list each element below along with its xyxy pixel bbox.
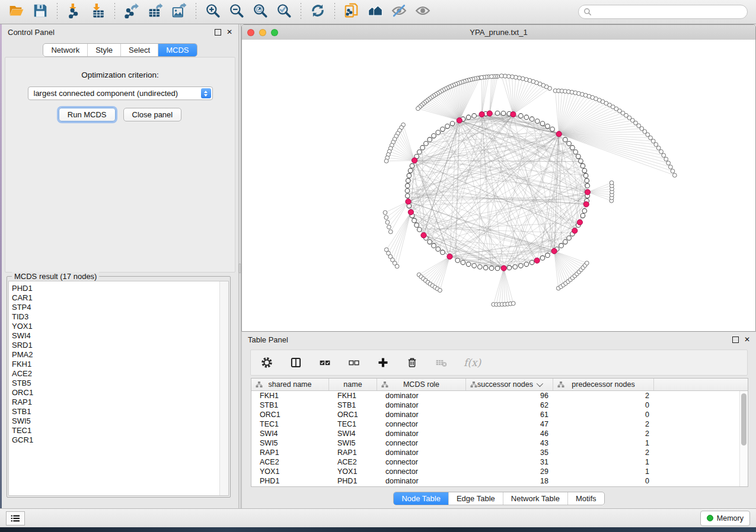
mcds-result-item[interactable]: ORC1 <box>9 388 228 398</box>
mcds-result-item[interactable]: FKH1 <box>9 360 228 369</box>
list-icon <box>11 514 20 523</box>
column-header-mcds-role[interactable]: MCDS role <box>377 379 466 390</box>
table-row[interactable]: SWI4SWI4dominator462 <box>251 429 748 438</box>
mcds-result-item[interactable]: YOX1 <box>9 322 228 331</box>
network-graph[interactable] <box>242 40 755 332</box>
share-document-button[interactable] <box>342 3 362 21</box>
table-cell: SWI4 <box>329 430 377 438</box>
network-canvas[interactable] <box>242 40 755 331</box>
table-cell: 1 <box>553 439 654 447</box>
column-type-icon <box>381 381 388 388</box>
table-row[interactable]: STB1STB1dominator620 <box>251 400 748 410</box>
table-cell: 0 <box>553 401 654 409</box>
table-cell: 47 <box>466 420 553 428</box>
import-network-button[interactable] <box>64 3 84 21</box>
tab-node-table[interactable]: Node Table <box>394 492 448 505</box>
deselect-all-icon <box>348 357 360 368</box>
export-table-button[interactable] <box>145 3 165 21</box>
table-row[interactable]: PHD1PHD1dominator180 <box>251 476 748 486</box>
show-panel-button[interactable] <box>413 3 433 21</box>
run-mcds-button[interactable]: Run MCDS <box>59 108 116 121</box>
mcds-result-item[interactable]: SWI5 <box>9 416 228 426</box>
select-all-button[interactable] <box>318 356 331 369</box>
table-row[interactable]: TEC1TEC1connector472 <box>251 419 748 429</box>
zoom-fit-button[interactable] <box>250 3 270 21</box>
table-row[interactable]: YOX1YOX1connector291 <box>251 467 748 476</box>
open-session-button[interactable] <box>7 3 27 21</box>
deselect-all-button[interactable] <box>347 356 361 369</box>
column-header-filler <box>654 379 748 390</box>
table-row[interactable]: ORC1ORC1dominator610 <box>251 410 748 419</box>
table-row[interactable]: FKH1FKH1dominator962 <box>251 391 748 400</box>
delete-row-button[interactable] <box>406 356 419 369</box>
add-row-button[interactable] <box>377 356 390 369</box>
mcds-result-item[interactable]: STB1 <box>9 407 228 416</box>
table-scrollbar[interactable] <box>739 391 748 486</box>
tab-network[interactable]: Network <box>43 44 87 56</box>
network-home-button[interactable] <box>365 3 385 21</box>
close-panel-button[interactable]: Close panel <box>123 108 182 121</box>
export-network-button[interactable] <box>122 3 142 21</box>
mcds-result-item[interactable]: SRD1 <box>9 341 228 350</box>
splitter-handle[interactable] <box>239 264 241 273</box>
eye-icon <box>415 3 430 21</box>
column-header-shared-name[interactable]: shared name <box>251 379 329 390</box>
mcds-result-item[interactable]: CAR1 <box>9 293 228 303</box>
export-image-button[interactable] <box>169 3 189 21</box>
table-cell: ORC1 <box>329 411 377 419</box>
mcds-result-items: PHD1CAR1STP4TID3YOX1SWI4SRD1PMA2FKH1ACE2… <box>9 281 228 445</box>
search-input[interactable] <box>592 7 742 17</box>
float-panel-icon[interactable] <box>732 336 739 343</box>
close-panel-icon[interactable]: ✕ <box>744 336 750 343</box>
table-row[interactable]: RAP1RAP1dominator352 <box>251 448 748 457</box>
mcds-result-list[interactable]: PHD1CAR1STP4TID3YOX1SWI4SRD1PMA2FKH1ACE2… <box>8 281 229 496</box>
search-box[interactable] <box>578 5 748 19</box>
mcds-result-item[interactable]: PHD1 <box>9 284 228 293</box>
refresh-icon <box>310 3 326 21</box>
float-panel-icon[interactable] <box>215 29 221 36</box>
mcds-result-item[interactable]: TID3 <box>9 312 228 322</box>
mcds-result-item[interactable]: PMA2 <box>9 350 228 360</box>
table-cell: YOX1 <box>251 467 329 476</box>
mcds-result-item[interactable]: STB5 <box>9 379 228 388</box>
table-row[interactable]: SWI5SWI5connector431 <box>251 438 748 448</box>
gear-icon <box>261 357 273 368</box>
table-cell: 62 <box>466 401 553 409</box>
optimization-criterion-select[interactable]: largest connected component (undirected) <box>28 86 213 100</box>
tab-network-table[interactable]: Network Table <box>503 492 567 505</box>
mcds-result-item[interactable]: SWI4 <box>9 331 228 341</box>
column-header-successor-nodes[interactable]: successor nodes <box>466 379 553 390</box>
tab-mcds[interactable]: MCDS <box>158 44 196 56</box>
hide-panel-button[interactable] <box>389 3 409 21</box>
tab-motifs[interactable]: Motifs <box>567 492 604 505</box>
import-table-button[interactable] <box>88 3 108 21</box>
table-row[interactable]: ACE2ACE2connector311 <box>251 457 748 467</box>
mcds-result-item[interactable]: RAP1 <box>9 398 228 407</box>
mcds-result-scrollbar[interactable] <box>219 281 228 495</box>
table-settings-button[interactable] <box>260 356 273 369</box>
import-table-icon <box>90 3 106 21</box>
table-scrollbar-thumb[interactable] <box>741 393 747 446</box>
tab-style[interactable]: Style <box>87 44 120 56</box>
mcds-result-item[interactable]: GCR1 <box>9 435 228 445</box>
zoom-out-button[interactable] <box>227 3 247 21</box>
zoom-selected-button[interactable] <box>274 3 294 21</box>
mcds-result-item[interactable]: ACE2 <box>9 369 228 379</box>
close-panel-icon[interactable]: ✕ <box>227 28 232 36</box>
show-columns-button[interactable] <box>289 356 302 369</box>
save-session-button[interactable] <box>30 3 50 21</box>
memory-button[interactable]: Memory <box>700 511 750 526</box>
table-cell: dominator <box>377 392 466 400</box>
tab-select[interactable]: Select <box>120 44 158 56</box>
mcds-result-item[interactable]: TEC1 <box>9 426 228 435</box>
refresh-view-button[interactable] <box>308 3 328 21</box>
column-header-name[interactable]: name <box>329 379 377 390</box>
tab-edge-table[interactable]: Edge Table <box>448 492 503 505</box>
mcds-result-item[interactable]: STP4 <box>9 303 228 312</box>
column-header-predecessor-nodes[interactable]: predecessor nodes <box>553 379 654 390</box>
floppy-disk-icon <box>33 3 48 21</box>
toolbar-separator <box>196 3 196 21</box>
table-cell: 61 <box>466 411 553 419</box>
task-history-button[interactable] <box>6 511 25 525</box>
zoom-in-button[interactable] <box>203 3 223 21</box>
